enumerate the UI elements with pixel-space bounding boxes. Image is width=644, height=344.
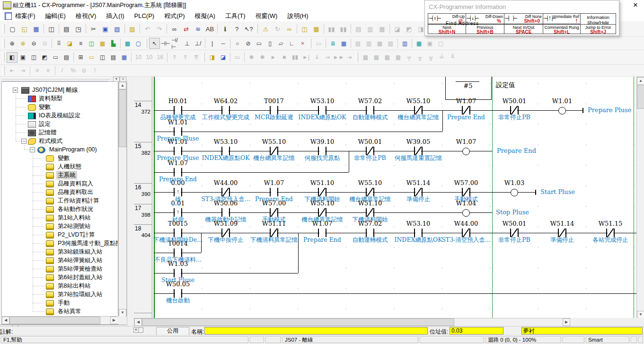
print-preview-icon[interactable]: ◳ bbox=[72, 23, 84, 35]
transfer-icon-1-icon[interactable]: ◨ bbox=[207, 52, 218, 63]
tree-item-24[interactable]: 第7站扣環組入站 bbox=[2, 290, 118, 299]
contact-no-tool-icon[interactable]: ⊣⊢ bbox=[160, 38, 171, 49]
toolbar-grip[interactable] bbox=[203, 53, 205, 62]
io-table-icon[interactable]: ▦ bbox=[338, 38, 349, 49]
symbol-scope-cell[interactable]: 公用 bbox=[156, 327, 189, 335]
tree-item-label[interactable]: IO表及模組設定 bbox=[37, 111, 82, 120]
close-icon[interactable]: ✕ bbox=[631, 1, 640, 9]
rung-cell-18[interactable]: 18404 bbox=[134, 225, 152, 313]
tree-item-15[interactable]: 第1站入料站 bbox=[2, 213, 118, 222]
menu-plcp[interactable]: PLC(P) bbox=[134, 12, 155, 19]
cut-icon[interactable]: ✂ bbox=[88, 23, 99, 35]
vertical-tool-icon[interactable]: | bbox=[207, 38, 218, 49]
tree-item-10[interactable]: 主系統 bbox=[2, 171, 118, 179]
force-on-icon[interactable]: ▩ bbox=[360, 52, 371, 63]
tree-item-label[interactable]: 資料類型 bbox=[37, 94, 64, 103]
ci-view-icon[interactable]: ▢ bbox=[133, 38, 144, 49]
rung-comment-icon[interactable]: ◪ bbox=[64, 38, 75, 49]
scroll-left-icon[interactable]: ◀ bbox=[2, 317, 9, 324]
contact-nc-tool-icon[interactable]: ⊣/⊢ bbox=[171, 38, 182, 49]
comment-input[interactable] bbox=[521, 327, 643, 335]
tree-item-label[interactable]: 第3站鎖珠組入站 bbox=[56, 247, 104, 256]
address-list-icon[interactable]: ▥ bbox=[399, 38, 410, 49]
upload-4-icon[interactable]: ▧ bbox=[385, 38, 396, 49]
zoom-out-icon[interactable]: ⊖ bbox=[28, 38, 39, 49]
force-off-icon[interactable]: ▩ bbox=[371, 52, 382, 63]
hierarchy-view-icon[interactable]: ▙ bbox=[108, 38, 119, 49]
toolbar-grip[interactable] bbox=[2, 53, 5, 62]
ladder-vertical-scrollbar[interactable]: ▲▼ bbox=[636, 77, 644, 319]
pause-icon[interactable]: ▮▮ bbox=[337, 23, 349, 35]
properties-icon[interactable]: ▤ bbox=[61, 52, 72, 63]
tree-item-label[interactable]: 各站動作狀況 bbox=[56, 205, 95, 213]
menu-p[interactable]: 程式(P) bbox=[164, 12, 185, 20]
find-address-icon[interactable]: ≋ bbox=[192, 23, 204, 35]
zoom-fit-icon[interactable]: ⊙ bbox=[39, 38, 50, 49]
tree-item-13[interactable]: 工作站資料計算 bbox=[2, 196, 118, 205]
diff-monitor-2-icon[interactable]: ╥ bbox=[415, 52, 425, 63]
tree-item-9[interactable]: 人機狀態 bbox=[2, 162, 118, 171]
zoom-custom-icon[interactable]: ⊕ bbox=[18, 38, 28, 49]
compile-all-icon[interactable]: ↻ bbox=[272, 23, 283, 35]
pause-sim-icon[interactable]: ▮▮ bbox=[290, 52, 300, 63]
work-online-icon[interactable]: ◫ bbox=[299, 23, 310, 35]
or-contact-nc-tool-icon[interactable]: ⊥/ bbox=[193, 38, 203, 49]
hex-16-icon[interactable]: 16 bbox=[155, 52, 166, 63]
indent-right-icon[interactable]: ⇥ bbox=[18, 65, 28, 76]
diff-monitor-4-icon[interactable]: ╧ bbox=[436, 52, 447, 63]
tree-item-label[interactable]: 記憶體 bbox=[37, 128, 58, 137]
set-value-2-icon[interactable]: ⇑ bbox=[180, 52, 191, 63]
diff-monitor-1-icon[interactable]: ╤ bbox=[404, 52, 415, 63]
toolbar-grip[interactable] bbox=[145, 39, 147, 48]
io-comment-view-icon[interactable]: ◫ bbox=[86, 38, 97, 49]
coil-W1.07[interactable] bbox=[462, 148, 470, 155]
rung-cell-15[interactable]: 15382 bbox=[134, 142, 152, 184]
coil-W1.01[interactable] bbox=[558, 107, 566, 115]
pause-hand-2-icon[interactable]: ✱ bbox=[257, 52, 268, 63]
tree-item-label[interactable]: 主系統 bbox=[56, 171, 77, 179]
compare-plc-icon[interactable]: ◪ bbox=[391, 23, 403, 35]
dialog-window-icon[interactable]: ▭ bbox=[50, 52, 61, 63]
propbar-pin-icon[interactable] bbox=[138, 327, 143, 333]
toolbar-grip[interactable] bbox=[309, 39, 311, 48]
instruction-tool-2-icon[interactable]: ▯ bbox=[265, 38, 275, 49]
menu-i[interactable]: 插入(I) bbox=[106, 12, 124, 20]
statement-list-icon[interactable]: ≡ bbox=[75, 38, 86, 49]
toolbar-grip[interactable] bbox=[356, 53, 358, 62]
select-tool-icon[interactable]: ↖ bbox=[149, 38, 160, 49]
tree-item-label[interactable]: 設定 bbox=[37, 120, 52, 128]
expander-minus-icon[interactable] bbox=[13, 88, 18, 93]
tree-item-label[interactable]: 品種資料取出 bbox=[56, 188, 95, 196]
grid-toggle-icon[interactable]: ⠿ bbox=[53, 38, 64, 49]
tree-item-label[interactable]: 第7站扣環組入站 bbox=[56, 290, 104, 299]
upload-1-icon[interactable]: ▤ bbox=[353, 38, 363, 49]
scroll-right-icon[interactable]: ▶ bbox=[563, 318, 570, 326]
tree-item-label[interactable]: 手動 bbox=[56, 299, 71, 307]
or-contact-no-tool-icon[interactable]: ⊥ bbox=[182, 38, 193, 49]
name-input[interactable] bbox=[204, 327, 428, 335]
coil-W1.04[interactable] bbox=[462, 209, 470, 217]
menu-f[interactable]: 檔案(F) bbox=[15, 12, 35, 20]
scroll-left-icon[interactable]: ◀ bbox=[134, 318, 142, 326]
set-new-value-icon[interactable]: ▩ bbox=[393, 52, 404, 63]
toolbar-grip[interactable] bbox=[2, 66, 5, 75]
tree-item-23[interactable]: 第8站出料站 bbox=[2, 282, 118, 290]
symbol-bar-icon[interactable]: ▦ bbox=[97, 38, 108, 49]
signed-10-icon[interactable]: 10 bbox=[144, 52, 155, 63]
coil-not-tool-icon[interactable]: ⊘ bbox=[243, 38, 254, 49]
tree-item-label[interactable]: P2_LVDT計算 bbox=[56, 230, 96, 239]
address-input[interactable] bbox=[450, 327, 503, 335]
tree-item-label[interactable]: MainProgram (00) bbox=[48, 145, 98, 154]
watch-1-icon[interactable]: ▣ bbox=[424, 38, 435, 49]
diff-monitor-3-icon[interactable]: ╦ bbox=[425, 52, 436, 63]
tree-item-21[interactable]: 第5站彈簧檢查站 bbox=[2, 265, 118, 273]
info-icon[interactable]: ℹ bbox=[219, 23, 231, 35]
invert-tool-icon[interactable]: ▱ bbox=[275, 38, 286, 49]
tree-item-label[interactable]: 第8站出料站 bbox=[56, 282, 92, 290]
tree-item-label[interactable]: P3伺服馬達寸動_原點找 bbox=[56, 239, 118, 247]
menu-h[interactable]: 說明(H) bbox=[287, 12, 308, 20]
work-online-sim-icon[interactable]: ▦ bbox=[310, 23, 322, 35]
binary-monitor-icon[interactable]: ▦ bbox=[119, 52, 130, 63]
change-all-icon[interactable]: AB bbox=[204, 23, 216, 35]
diff-down-edit-icon[interactable]: % bbox=[68, 65, 79, 76]
